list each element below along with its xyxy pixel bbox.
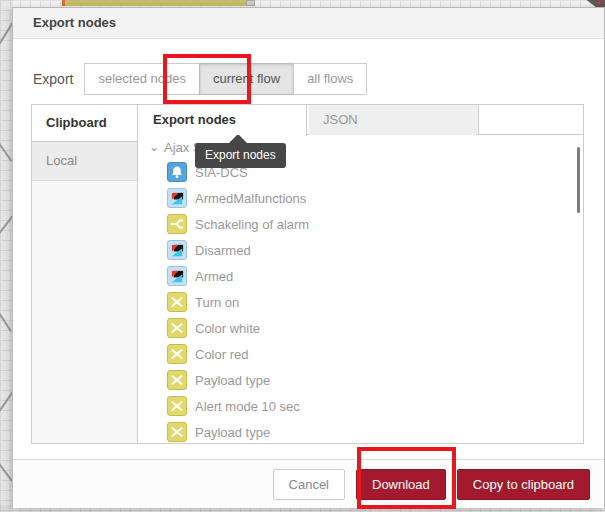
tree-node-label: Alert mode 10 sec [195, 399, 300, 414]
tree-node-row[interactable]: Turn on [139, 289, 583, 315]
clipboard-sidebar: Clipboard Local [32, 105, 138, 443]
dialog-title: Export nodes [13, 8, 604, 39]
ajax-flag-icon [167, 266, 187, 286]
download-button[interactable]: Download [356, 469, 446, 500]
tree-node-row[interactable]: Armed [139, 263, 583, 289]
tab-json[interactable]: JSON [309, 105, 479, 135]
change-icon [167, 318, 187, 338]
tree-node-label: Color red [195, 347, 248, 362]
tab-export-nodes[interactable]: Export nodes [139, 105, 307, 136]
tree-node-row[interactable]: Payload type [139, 419, 583, 443]
switch-icon [167, 214, 187, 234]
tree-node-label: Disarmed [195, 243, 251, 258]
tree-node-label: Schakeling of alarm [195, 217, 309, 232]
change-icon [167, 344, 187, 364]
tree-node-row[interactable]: Payload type [139, 367, 583, 393]
tab-bar: Export nodes JSON [139, 105, 583, 135]
all-flows-button[interactable]: all flows [293, 63, 367, 95]
current-flow-button[interactable]: current flow [199, 63, 294, 95]
tree-node-row[interactable]: Color white [139, 315, 583, 341]
change-icon [167, 370, 187, 390]
change-icon [167, 396, 187, 416]
tree-node-row[interactable]: ArmedMalfunctions [139, 185, 583, 211]
tab-tooltip: Export nodes [195, 143, 286, 168]
tree-node-row[interactable]: Disarmed [139, 237, 583, 263]
sidebar-item-local[interactable]: Local [32, 142, 137, 181]
cancel-button[interactable]: Cancel [273, 469, 345, 500]
tree-node-label: Payload type [195, 425, 270, 440]
copy-to-clipboard-button[interactable]: Copy to clipboard [457, 469, 590, 500]
node-tree: Export nodes ⌄ Ajax Sl SIA-DCS ArmedMalf… [139, 135, 583, 443]
canvas-group-handle [246, 0, 255, 6]
canvas-node-status-dot [597, 1, 601, 5]
change-icon [167, 422, 187, 442]
tree-scrollbar[interactable] [577, 147, 580, 213]
dialog-footer: Cancel Download Copy to clipboard [13, 459, 604, 508]
export-dialog: Export nodes Export selected nodes curre… [12, 7, 605, 507]
export-panel: Clipboard Local Export nodes JSON Export… [31, 104, 584, 444]
tree-node-row[interactable]: Schakeling of alarm [139, 211, 583, 237]
tree-node-row[interactable]: Alert mode 10 sec [139, 393, 583, 419]
change-icon [167, 292, 187, 312]
tree-node-label: Color white [195, 321, 260, 336]
tree-node-row[interactable]: Color red [139, 341, 583, 367]
tree-node-label: Payload type [195, 373, 270, 388]
bell-icon [167, 162, 187, 182]
tree-node-label: ArmedMalfunctions [195, 191, 306, 206]
tooltip-text: Export nodes [205, 148, 276, 162]
ajax-flag-icon [167, 188, 187, 208]
export-scope-group: selected nodes current flow all flows [84, 63, 367, 95]
export-scope-row: Export selected nodes current flow all f… [33, 63, 367, 95]
export-scope-label: Export [33, 71, 73, 87]
chevron-down-icon[interactable]: ⌄ [149, 142, 159, 152]
ajax-flag-icon [167, 240, 187, 260]
sidebar-header: Clipboard [32, 105, 137, 142]
selected-nodes-button[interactable]: selected nodes [84, 63, 199, 95]
tree-node-label: Turn on [195, 295, 239, 310]
tree-node-label: Armed [195, 269, 233, 284]
canvas-group-rect [62, 0, 246, 6]
